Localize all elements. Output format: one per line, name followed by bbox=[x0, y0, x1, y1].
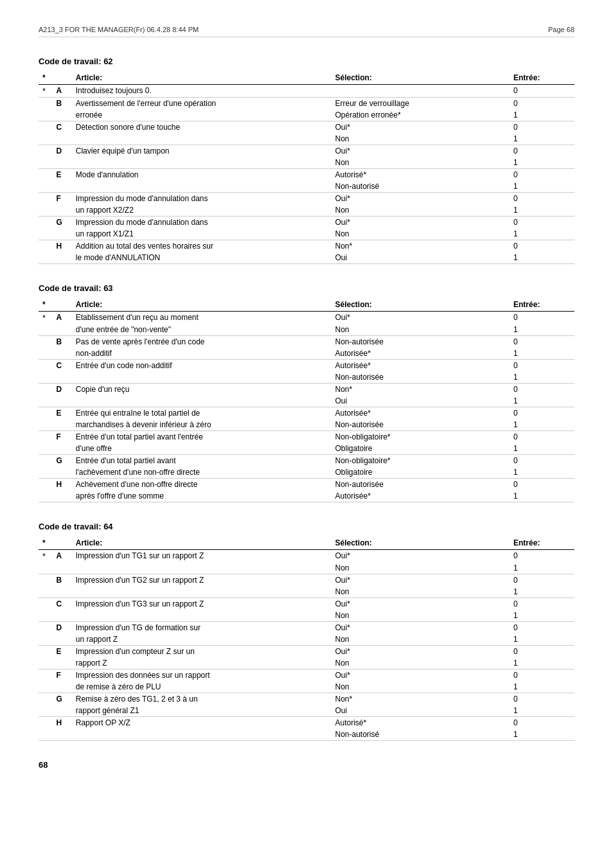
star-col-header: * bbox=[39, 71, 53, 85]
letter-cell bbox=[53, 705, 72, 717]
star-cell bbox=[39, 133, 53, 145]
entree-cell: 0 bbox=[510, 431, 574, 443]
article-cell: Clavier équipé d'un tampon bbox=[72, 145, 332, 157]
table-row: rapport général Z1Oui1 bbox=[39, 705, 574, 717]
selection-cell: Autorisée* bbox=[331, 348, 510, 360]
entree-cell: 0 bbox=[510, 193, 574, 205]
star-cell bbox=[39, 204, 53, 217]
star-col-header: * bbox=[39, 298, 53, 312]
selection-cell: Non-autorisé bbox=[331, 181, 510, 193]
star-cell bbox=[39, 681, 53, 693]
article-cell: Mode d'annulation bbox=[72, 169, 332, 181]
table-header-row: *Article:Sélection:Entrée: bbox=[39, 536, 574, 550]
table-row: GImpression du mode d'annulation dansOui… bbox=[39, 217, 574, 229]
article-cell: Impression d'un TG3 sur un rapport Z bbox=[72, 598, 332, 610]
selection-cell: Oui* bbox=[331, 312, 510, 324]
article-cell: marchandises à devenir inférieur à zéro bbox=[72, 419, 332, 431]
selection-cell: Oui* bbox=[331, 669, 510, 682]
table-row: Non1 bbox=[39, 157, 574, 169]
selection-cell: Non bbox=[331, 204, 510, 217]
letter-cell bbox=[53, 395, 72, 407]
article-cell: Introduisez toujours 0. bbox=[72, 85, 332, 98]
section-2: Code de travail: 64*Article:Sélection:En… bbox=[39, 522, 574, 741]
entree-col-header: Entrée: bbox=[510, 71, 574, 85]
star-cell bbox=[39, 121, 53, 134]
table-row: marchandises à devenir inférieur à zéroN… bbox=[39, 419, 574, 431]
selection-cell: Oui* bbox=[331, 217, 510, 229]
letter-cell bbox=[53, 633, 72, 646]
selection-cell: Non bbox=[331, 681, 510, 693]
star-cell bbox=[39, 145, 53, 157]
star-cell bbox=[39, 646, 53, 658]
table-row: Non-autorisé1 bbox=[39, 729, 574, 741]
article-cell: Entrée qui entraîne le total partiel de bbox=[72, 407, 332, 420]
table-row: erronéeOpération erronée*1 bbox=[39, 109, 574, 121]
article-cell: l'achèvement d'une non-offre directe bbox=[72, 466, 332, 479]
letter-cell bbox=[53, 204, 72, 217]
selection-cell: Obligatoire bbox=[331, 466, 510, 479]
article-cell: Entrée d'un total partiel avant l'entrée bbox=[72, 431, 332, 443]
letter-cell bbox=[53, 324, 72, 336]
selection-cell: Autorisé* bbox=[331, 169, 510, 181]
letter-cell: G bbox=[53, 217, 72, 229]
entree-cell: 0 bbox=[510, 336, 574, 348]
letter-cell bbox=[53, 562, 72, 574]
letter-cell: C bbox=[53, 360, 72, 372]
entree-cell: 1 bbox=[510, 443, 574, 455]
star-cell bbox=[39, 181, 53, 193]
star-cell bbox=[39, 717, 53, 729]
letter-cell: F bbox=[53, 193, 72, 205]
selection-cell: Oui* bbox=[331, 646, 510, 658]
entree-cell: 1 bbox=[510, 371, 574, 384]
article-cell bbox=[72, 610, 332, 622]
selection-cell: Non bbox=[331, 562, 510, 574]
article-cell: Copie d'un reçu bbox=[72, 384, 332, 396]
table-row: *AImpression d'un TG1 sur un rapport ZOu… bbox=[39, 550, 574, 563]
star-cell bbox=[39, 490, 53, 502]
star-cell bbox=[39, 598, 53, 610]
table-row: Non1 bbox=[39, 610, 574, 622]
letter-cell bbox=[53, 181, 72, 193]
star-cell: * bbox=[39, 85, 53, 98]
letter-cell: A bbox=[53, 312, 72, 324]
entree-cell: 0 bbox=[510, 550, 574, 563]
section-title: Code de travail: 62 bbox=[39, 57, 574, 66]
article-cell: Impression d'un TG1 sur un rapport Z bbox=[72, 550, 332, 563]
article-cell: Impression d'un TG2 sur un rapport Z bbox=[72, 574, 332, 587]
star-cell bbox=[39, 466, 53, 479]
article-cell bbox=[72, 562, 332, 574]
table-row: FImpression des données sur un rapportOu… bbox=[39, 669, 574, 682]
selection-cell: Autorisée* bbox=[331, 360, 510, 372]
star-cell bbox=[39, 98, 53, 110]
entree-cell: 1 bbox=[510, 228, 574, 240]
selection-cell: Non* bbox=[331, 240, 510, 252]
letter-cell bbox=[53, 348, 72, 360]
article-cell: Achèvement d'une non-offre directe bbox=[72, 479, 332, 491]
star-cell bbox=[39, 705, 53, 717]
letter-cell: H bbox=[53, 240, 72, 252]
entree-cell: 0 bbox=[510, 360, 574, 372]
entree-cell: 1 bbox=[510, 705, 574, 717]
selection-col-header: Sélection: bbox=[331, 298, 510, 312]
entree-cell: 0 bbox=[510, 598, 574, 610]
star-cell bbox=[39, 240, 53, 252]
star-cell bbox=[39, 455, 53, 467]
selection-cell: Non bbox=[331, 610, 510, 622]
star-col-header: * bbox=[39, 536, 53, 550]
article-cell bbox=[72, 729, 332, 741]
table-row: Non1 bbox=[39, 133, 574, 145]
entree-cell: 0 bbox=[510, 407, 574, 420]
star-cell bbox=[39, 371, 53, 384]
article-cell bbox=[72, 181, 332, 193]
entree-cell: 0 bbox=[510, 693, 574, 705]
selection-cell: Non bbox=[331, 324, 510, 336]
star-cell bbox=[39, 407, 53, 420]
table-row: Non-autorisé1 bbox=[39, 181, 574, 193]
letter-cell bbox=[53, 466, 72, 479]
star-cell bbox=[39, 562, 53, 574]
star-cell bbox=[39, 693, 53, 705]
entree-cell: 0 bbox=[510, 240, 574, 252]
star-cell bbox=[39, 395, 53, 407]
entree-cell: 0 bbox=[510, 622, 574, 634]
letter-cell: H bbox=[53, 479, 72, 491]
